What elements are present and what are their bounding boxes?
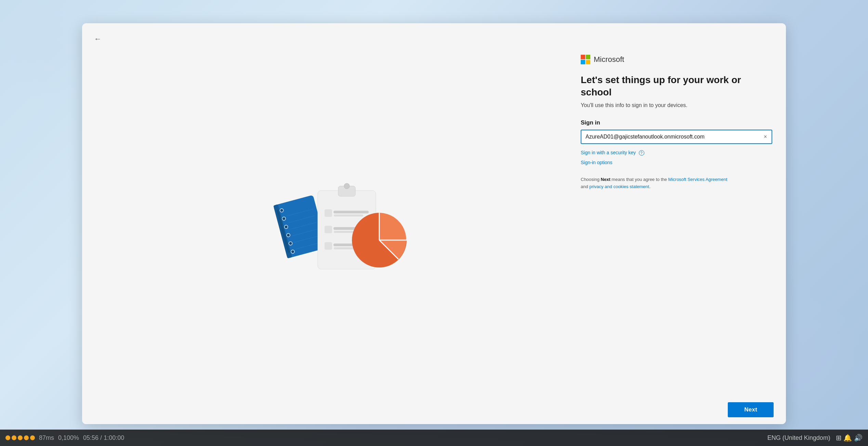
sign-in-options-link[interactable]: Sign-in options: [581, 160, 772, 165]
terms-and: and: [581, 184, 589, 189]
svg-rect-21: [325, 226, 332, 233]
dot-4: [24, 435, 29, 440]
dialog-content: Microsoft Let's set things up for your w…: [82, 23, 786, 395]
security-key-help-icon[interactable]: ?: [639, 150, 644, 156]
ms-logo-q2: [586, 55, 590, 59]
page-subtitle: You'll use this info to sign in to your …: [581, 102, 772, 108]
terms-privacy-link[interactable]: privacy and cookies statement: [589, 184, 649, 189]
dot-1: [5, 435, 10, 440]
ms-logo-q3: [581, 60, 585, 64]
ms-logo-q1: [581, 55, 585, 59]
dot-2: [12, 435, 16, 440]
email-input[interactable]: [581, 130, 772, 144]
setup-illustration: [246, 141, 424, 278]
form-area: Microsoft Let's set things up for your w…: [574, 34, 772, 384]
taskbar-left: 87ms 0,100% 05:56 / 1:00:00: [5, 434, 124, 442]
ms-logo-text: Microsoft: [594, 55, 624, 64]
security-key-link[interactable]: Sign in with a security key: [581, 150, 636, 155]
taskbar-latency: 87ms: [39, 434, 54, 442]
terms-middle: means that you agree to the: [610, 177, 668, 182]
taskbar-system-icons: ⊞ 🔔 🔊: [836, 434, 863, 442]
svg-rect-24: [325, 242, 332, 250]
taskbar: 87ms 0,100% 05:56 / 1:00:00 ENG (United …: [0, 430, 868, 446]
next-button[interactable]: Next: [728, 402, 774, 417]
sign-in-label: Sign in: [581, 119, 772, 126]
taskbar-right: ENG (United Kingdom) ⊞ 🔔 🔊: [767, 434, 863, 442]
email-clear-button[interactable]: ×: [762, 133, 769, 140]
taskbar-time: 05:56 / 1:00:00: [83, 434, 124, 442]
svg-rect-18: [325, 209, 332, 217]
terms-next-bold: Next: [601, 177, 610, 182]
taskbar-locale: ENG (United Kingdom): [767, 434, 830, 442]
security-key-row: Sign in with a security key ?: [581, 149, 772, 156]
dot-5: [30, 435, 35, 440]
terms-choosing: Choosing: [581, 177, 601, 182]
taskbar-cpu: 0,100%: [58, 434, 79, 442]
taskbar-dots: [5, 435, 35, 440]
dialog-window: ←: [82, 23, 786, 424]
ms-logo-q4: [586, 60, 590, 64]
page-title: Let's set things up for your work or sch…: [581, 74, 772, 99]
dot-3: [18, 435, 23, 440]
illustration-area: [96, 34, 574, 384]
svg-point-17: [344, 183, 350, 189]
terms-text: Choosing Next means that you agree to th…: [581, 176, 731, 191]
next-btn-area: Next: [82, 395, 786, 424]
ms-logo-grid: [581, 55, 590, 64]
email-input-container: ×: [581, 130, 772, 144]
terms-suffix: .: [649, 184, 650, 189]
ms-logo: Microsoft: [581, 55, 772, 64]
terms-ms-services-link[interactable]: Microsoft Services Agreement: [668, 177, 727, 182]
